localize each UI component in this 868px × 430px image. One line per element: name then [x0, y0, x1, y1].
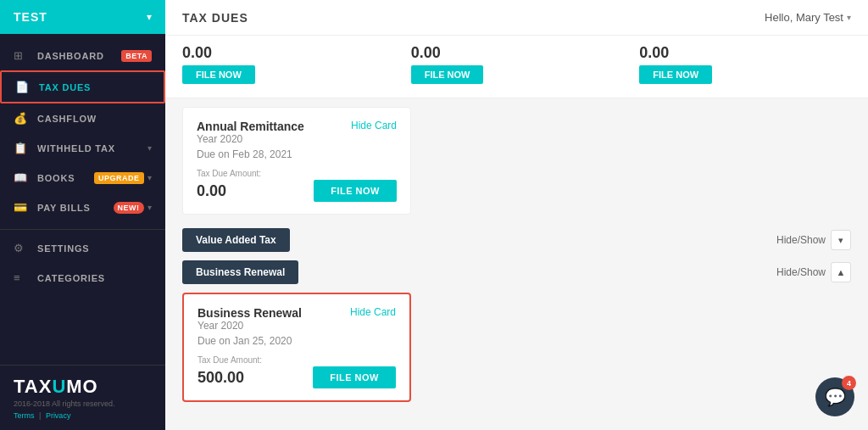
annual-remittance-bottom: 0.00 FILE NOW [197, 180, 397, 202]
vat-hide-show-text: Hide/Show [776, 234, 826, 246]
sidebar-item-categories[interactable]: ≡ CATEGORIES [0, 263, 165, 293]
vat-toggle-icon: ▾ [838, 235, 843, 246]
top-card-1: 0.00 FILE NOW [411, 44, 623, 84]
business-renewal-toggle-icon: ▲ [837, 267, 846, 277]
user-dropdown-icon: ▾ [847, 13, 851, 22]
sidebar: TEST ▾ ⊞ DASHBOARD BETA 📄 TAX DUES 💰 CAS… [0, 0, 165, 430]
footer-links: Terms | Privacy [14, 411, 152, 420]
business-renewal-file-btn[interactable]: FILE NOW [313, 366, 396, 388]
pay-bills-icon: 💳 [14, 201, 29, 214]
business-renewal-hide[interactable]: Hide Card [350, 306, 396, 318]
top-card-value-1: 0.00 [411, 44, 623, 62]
dashboard-label: DASHBOARD [37, 51, 116, 61]
sidebar-nav: ⊞ DASHBOARD BETA 📄 TAX DUES 💰 CASHFLOW 📋… [0, 34, 165, 365]
main: TAX DUES Hello, Mary Test ▾ 0.00 FILE NO… [165, 0, 868, 430]
beta-badge: BETA [121, 50, 152, 62]
books-icon: 📖 [14, 171, 29, 184]
business-renewal-section-label[interactable]: Business Renewal [182, 260, 298, 284]
annual-remittance-tax-due-label: Tax Due Amount: [197, 169, 397, 178]
sidebar-item-withheld-tax[interactable]: 📋 WITHHELD TAX ▾ [0, 133, 165, 163]
annual-remittance-header: Annual Remittance Year 2020 Hide Card [197, 120, 397, 145]
copyright: 2016-2018 All rights reserved. [14, 399, 152, 408]
annual-remittance-title: Annual Remittance [197, 120, 304, 133]
books-arrow: ▾ [147, 173, 153, 182]
books-label: BOOKS [37, 173, 89, 183]
top-card-value-0: 0.00 [182, 44, 394, 62]
sidebar-item-cashflow[interactable]: 💰 CASHFLOW [0, 103, 165, 133]
sidebar-item-pay-bills[interactable]: 💳 PAY BILLS NEW! ▾ [0, 193, 165, 222]
new-badge: NEW! [114, 202, 144, 214]
sidebar-item-settings[interactable]: ⚙ SETTINGS [0, 233, 165, 263]
business-renewal-card-section: Business Renewal Year 2020 Hide Card Due… [182, 293, 411, 402]
sidebar-item-books[interactable]: 📖 BOOKS UPGRADE ▾ [0, 163, 165, 193]
top-cards-row: 0.00 FILE NOW 0.00 FILE NOW 0.00 FILE NO… [165, 36, 868, 98]
annual-remittance-amount: 0.00 [197, 182, 226, 200]
categories-icon: ≡ [14, 271, 29, 284]
page-title: TAX DUES [182, 11, 248, 25]
cashflow-icon: 💰 [14, 112, 29, 125]
user-greeting[interactable]: Hello, Mary Test ▾ [765, 11, 851, 24]
main-content: 0.00 FILE NOW 0.00 FILE NOW 0.00 FILE NO… [165, 36, 868, 430]
business-renewal-amount: 500.00 [198, 369, 244, 387]
sidebar-dropdown-icon: ▾ [147, 11, 152, 23]
top-card-btn-0[interactable]: FILE NOW [182, 65, 255, 84]
business-renewal-section-divider: Business Renewal Hide/Show ▲ [182, 260, 851, 284]
settings-label: SETTINGS [37, 243, 152, 254]
business-renewal-card-header: Business Renewal Year 2020 Hide Card [198, 306, 396, 332]
chat-icon: 💬 [825, 387, 846, 407]
tax-dues-icon: 📄 [15, 81, 31, 93]
tax-dues-label: TAX DUES [39, 82, 150, 92]
categories-label: CATEGORIES [37, 273, 152, 283]
business-renewal-year: Year 2020 [198, 320, 302, 332]
annual-remittance-section: Annual Remittance Year 2020 Hide Card Du… [182, 107, 411, 215]
top-card-btn-1[interactable]: FILE NOW [411, 65, 484, 84]
vat-hide-show[interactable]: Hide/Show ▾ [776, 230, 851, 250]
logo: TAXUMO [14, 376, 152, 398]
pay-bills-arrow: ▾ [147, 203, 153, 212]
dashboard-icon: ⊞ [14, 49, 29, 62]
chat-badge: 4 [842, 376, 856, 390]
business-renewal-tax-due-label: Tax Due Amount: [198, 355, 396, 365]
top-card-value-2: 0.00 [639, 44, 851, 62]
business-renewal-due: Due on Jan 25, 2020 [198, 335, 396, 347]
annual-remittance-year: Year 2020 [197, 133, 304, 145]
chat-bubble[interactable]: 💬 4 [815, 377, 854, 416]
annual-remittance-card: Annual Remittance Year 2020 Hide Card Du… [182, 107, 411, 215]
sidebar-item-tax-dues[interactable]: 📄 TAX DUES [0, 70, 165, 103]
business-renewal-bottom: 500.00 FILE NOW [198, 366, 396, 388]
business-renewal-title: Business Renewal [198, 306, 302, 320]
pay-bills-label: PAY BILLS [37, 203, 108, 213]
upgrade-badge: UPGRADE [94, 172, 144, 184]
vat-toggle-btn[interactable]: ▾ [831, 230, 851, 250]
cashflow-label: CASHFLOW [37, 114, 152, 124]
top-card-2: 0.00 FILE NOW [639, 44, 851, 84]
sidebar-title: TEST [14, 10, 47, 24]
business-renewal-hide-show-text: Hide/Show [776, 266, 826, 278]
withheld-tax-arrow: ▾ [147, 143, 153, 153]
vat-section-label[interactable]: Value Added Tax [182, 228, 290, 252]
main-header: TAX DUES Hello, Mary Test ▾ [165, 0, 868, 36]
annual-remittance-hide[interactable]: Hide Card [351, 120, 397, 131]
annual-remittance-due: Due on Feb 28, 2021 [197, 148, 397, 160]
privacy-link[interactable]: Privacy [46, 411, 71, 420]
terms-link[interactable]: Terms [14, 411, 35, 420]
sidebar-item-dashboard[interactable]: ⊞ DASHBOARD BETA [0, 41, 165, 70]
business-renewal-hide-show[interactable]: Hide/Show ▲ [776, 262, 851, 282]
top-card-0: 0.00 FILE NOW [182, 44, 394, 84]
withheld-tax-label: WITHHELD TAX [37, 143, 144, 154]
annual-remittance-file-btn[interactable]: FILE NOW [314, 180, 397, 202]
logo-highlight: U [52, 376, 66, 397]
settings-icon: ⚙ [14, 242, 29, 254]
user-name: Hello, Mary Test [765, 11, 843, 24]
withheld-tax-icon: 📋 [14, 142, 29, 154]
business-renewal-toggle-btn[interactable]: ▲ [831, 262, 851, 282]
sidebar-footer: TAXUMO 2016-2018 All rights reserved. Te… [0, 365, 165, 430]
sidebar-header[interactable]: TEST ▾ [0, 0, 165, 34]
business-renewal-card: Business Renewal Year 2020 Hide Card Due… [182, 293, 411, 402]
top-card-btn-2[interactable]: FILE NOW [639, 65, 712, 84]
vat-section-divider: Value Added Tax Hide/Show ▾ [182, 228, 851, 252]
